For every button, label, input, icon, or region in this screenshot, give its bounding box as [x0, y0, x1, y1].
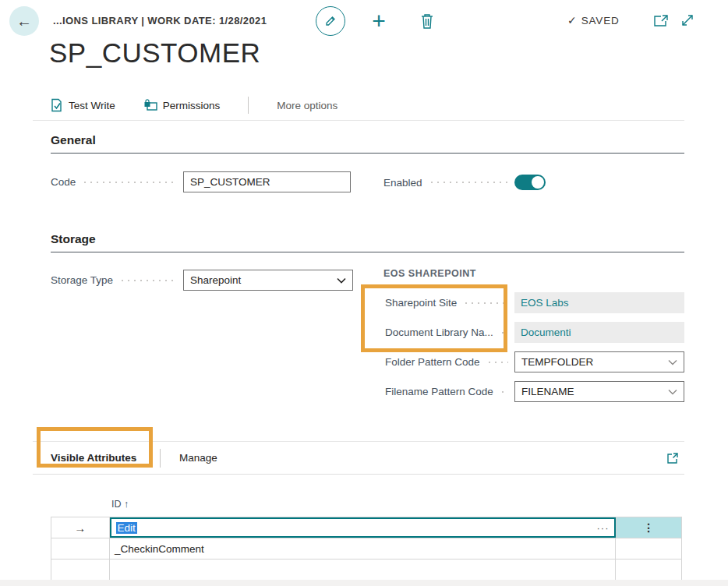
part-top-rule	[33, 441, 684, 442]
filename-pattern-label: Filename Pattern Code	[385, 386, 493, 397]
folder-pattern-label: Folder Pattern Code	[385, 356, 480, 368]
fullscreen-button[interactable]	[680, 12, 695, 28]
section-general-heading[interactable]: General	[51, 133, 96, 147]
chevron-down-icon	[337, 277, 346, 284]
dotted-leader	[119, 279, 177, 282]
row-selector-cell[interactable]	[51, 538, 110, 559]
pencil-icon	[323, 14, 337, 28]
dotted-leader	[429, 181, 508, 184]
expand-part-button[interactable]	[666, 451, 680, 465]
table-row: _CheckinComment	[51, 538, 682, 560]
active-row-indicator-icon: →	[74, 521, 86, 535]
permissions-label: Permissions	[163, 100, 221, 111]
back-button[interactable]: ←	[9, 6, 39, 36]
document-library-label: Document Library Na...	[385, 327, 493, 338]
action-bar: Test Write Permissions More options	[51, 97, 337, 114]
assist-edit-button[interactable]: ···	[597, 522, 610, 534]
filename-pattern-select[interactable]: FILENAME	[514, 381, 684, 402]
saved-label: SAVED	[581, 15, 620, 26]
table-row: → Edit ··· ⋮	[51, 517, 682, 538]
tab-manage[interactable]: Manage	[179, 452, 217, 464]
folder-pattern-select[interactable]: TEMPFOLDER	[514, 351, 684, 372]
breadcrumb[interactable]: ...IONS LIBRARY | WORK DATE: 1/28/2021	[53, 15, 267, 26]
new-button[interactable]: +	[367, 9, 391, 33]
dotted-leader	[463, 302, 508, 305]
id-cell[interactable]: _CheckinComment	[110, 538, 616, 559]
delete-button[interactable]	[419, 12, 436, 30]
code-input[interactable]	[183, 171, 351, 192]
section-storage-rule	[51, 252, 684, 252]
tab-visible-attributes[interactable]: Visible Attributes	[51, 452, 136, 464]
expand-part-icon	[666, 451, 680, 465]
enabled-label: Enabled	[383, 177, 422, 189]
filename-pattern-value: FILENAME	[521, 386, 574, 397]
enabled-field-row: Enabled	[383, 175, 546, 190]
check-icon: ✓	[567, 14, 577, 26]
row-menu-cell[interactable]	[616, 538, 682, 559]
table-row	[51, 560, 682, 581]
dotted-leader	[500, 331, 508, 334]
plus-icon: +	[372, 9, 386, 33]
row-selector-cell[interactable]: →	[51, 517, 110, 538]
test-write-label: Test Write	[69, 100, 115, 111]
page-title: SP_CUSTOMER	[49, 37, 260, 69]
filename-pattern-row: Filename Pattern Code FILENAME	[385, 381, 684, 402]
code-field-row: Code	[51, 171, 351, 192]
id-header-label: ID	[111, 499, 122, 510]
column-header-id[interactable]: ID ↑	[111, 499, 129, 510]
row-menu-cell[interactable]	[616, 560, 682, 580]
open-in-new-window-button[interactable]	[653, 14, 669, 28]
code-label: Code	[51, 176, 76, 188]
permissions-action[interactable]: Permissions	[143, 99, 221, 112]
edit-button[interactable]	[316, 6, 345, 36]
kebab-menu-icon: ⋮	[643, 523, 654, 533]
trash-icon	[419, 12, 435, 30]
tab-divider	[160, 449, 161, 468]
test-write-action[interactable]: Test Write	[51, 98, 115, 112]
storage-type-value: Sharepoint	[190, 274, 241, 286]
expand-arrows-icon	[680, 12, 695, 28]
sharepoint-site-label: Sharepoint Site	[385, 297, 457, 309]
chevron-down-icon	[668, 389, 677, 395]
document-library-field[interactable]: Documenti	[514, 322, 684, 343]
section-storage-heading[interactable]: Storage	[51, 232, 96, 246]
attributes-table: → Edit ··· ⋮ _CheckinComment	[51, 517, 682, 581]
action-bar-divider	[248, 97, 249, 114]
id-cell-editing[interactable]: Edit ···	[110, 517, 617, 538]
storage-type-row: Storage Type Sharepoint	[51, 270, 353, 291]
document-library-row: Document Library Na... Documenti	[385, 322, 684, 343]
part-bottom-rule	[33, 474, 684, 475]
document-library-value[interactable]: Documenti	[521, 327, 571, 338]
storage-type-select[interactable]: Sharepoint	[183, 270, 353, 291]
toggle-knob	[532, 176, 544, 189]
popout-icon	[653, 14, 669, 28]
sharepoint-site-field[interactable]: EOS Labs	[514, 292, 684, 313]
sort-ascending-icon: ↑	[124, 499, 129, 510]
save-status: ✓ SAVED	[567, 14, 620, 26]
back-arrow-icon: ←	[16, 13, 32, 29]
dotted-leader	[500, 390, 508, 394]
row-menu-cell[interactable]: ⋮	[617, 517, 682, 538]
cell-edit-box[interactable]: Edit ···	[110, 517, 616, 538]
permissions-lock-icon	[143, 99, 157, 112]
enabled-toggle[interactable]	[514, 175, 546, 190]
row-selector-cell[interactable]	[51, 560, 110, 580]
section-general-rule	[51, 153, 684, 154]
cell-selected-text: Edit	[116, 522, 137, 534]
folder-pattern-row: Folder Pattern Code TEMPFOLDER	[385, 351, 684, 372]
dotted-leader	[82, 181, 177, 184]
sharepoint-site-row: Sharepoint Site EOS Labs	[385, 292, 684, 313]
sharepoint-site-value[interactable]: EOS Labs	[521, 297, 569, 309]
dotted-leader	[486, 361, 508, 364]
action-bar-rule	[33, 120, 684, 121]
storage-type-label: Storage Type	[51, 274, 113, 286]
chevron-down-icon	[668, 359, 677, 365]
more-options-button[interactable]: More options	[277, 100, 337, 111]
test-write-icon	[51, 98, 63, 112]
folder-pattern-value: TEMPFOLDER	[521, 356, 593, 368]
page-bottom-strip	[0, 580, 728, 586]
id-cell[interactable]	[110, 560, 616, 580]
eos-sharepoint-group-heading: EOS SHAREPOINT	[383, 268, 476, 279]
page: ← ...IONS LIBRARY | WORK DATE: 1/28/2021…	[0, 0, 728, 586]
